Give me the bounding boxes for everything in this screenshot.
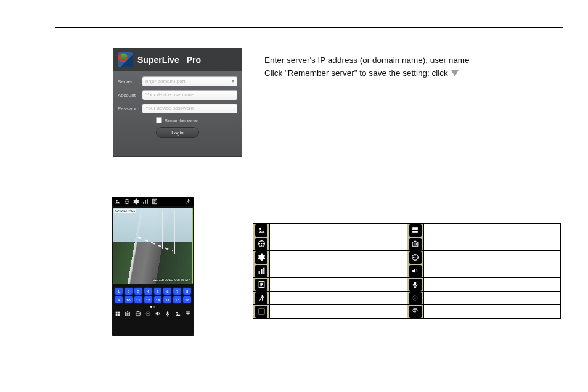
bars-icon: [255, 265, 267, 277]
reel-icon: [255, 238, 267, 250]
app-title-suffix: Pro: [187, 55, 201, 65]
camera-icon[interactable]: [125, 311, 131, 317]
channel-button[interactable]: 13: [154, 296, 162, 303]
password-placeholder: Your device password: [145, 104, 194, 113]
ball-icon: [409, 306, 422, 318]
password-label: Password: [118, 106, 142, 112]
liveview-screenshot: CAMERA01 02/13/2013 03:46:27 12345678910…: [112, 197, 194, 336]
login-button[interactable]: Login: [156, 127, 199, 138]
legend-icon-cell: [253, 251, 270, 264]
log-icon: [255, 279, 267, 291]
legend-desc-cell: [423, 237, 561, 251]
image-icon: [255, 224, 267, 237]
channel-button[interactable]: 7: [173, 288, 181, 295]
legend-row: [253, 224, 561, 237]
bars-icon[interactable]: [142, 198, 149, 205]
legend-desc-cell: [270, 237, 407, 251]
legend-icon-cell: [407, 224, 423, 237]
legend-icon-cell: [253, 278, 270, 292]
instruction-text: Enter server's IP address (or domain nam…: [264, 54, 563, 80]
server-dropdown-icon[interactable]: ▾: [232, 76, 234, 86]
legend-desc-cell: [423, 292, 561, 305]
channel-button[interactable]: 5: [154, 288, 162, 295]
sound-icon[interactable]: [155, 311, 161, 317]
legend-row: [253, 251, 561, 264]
channel-button[interactable]: 4: [144, 288, 152, 295]
legend-icon-cell: [253, 305, 270, 319]
channel-button[interactable]: 16: [183, 296, 191, 303]
legend-icon-cell: [407, 251, 423, 264]
channel-button[interactable]: 10: [125, 296, 133, 303]
square-icon: [255, 306, 267, 318]
legend-row: [253, 305, 561, 319]
ptz-icon: [409, 292, 422, 304]
channel-button[interactable]: 6: [163, 288, 171, 295]
account-placeholder: Your device username: [145, 90, 194, 100]
camera-icon: [409, 238, 422, 250]
gear-icon[interactable]: [133, 198, 139, 205]
dropdown-triangle-icon: [451, 70, 459, 76]
password-input[interactable]: Your device password: [142, 104, 237, 113]
liveview-bottombar: [112, 309, 194, 321]
camera-label: CAMERA01: [114, 209, 136, 213]
login-screenshot: SuperLivePro Server IP(or domain):port ▾…: [113, 48, 242, 157]
legend-desc-cell: [270, 278, 407, 292]
live-video-frame[interactable]: CAMERA01 02/13/2013 03:46:27: [113, 208, 193, 284]
login-header: SuperLivePro: [113, 48, 242, 71]
legend-icon-cell: [253, 237, 270, 251]
channel-button[interactable]: 8: [183, 288, 191, 295]
legend-icon-cell: [253, 224, 270, 237]
sound-icon: [409, 265, 422, 277]
legend-icon-cell: [407, 292, 423, 305]
page-dot: [150, 306, 152, 308]
reel-icon[interactable]: [135, 311, 141, 317]
image-icon[interactable]: [115, 198, 121, 205]
legend-row: [253, 292, 561, 305]
legend-row: [253, 264, 561, 278]
channel-button[interactable]: 2: [125, 288, 133, 295]
channel-button[interactable]: 15: [173, 296, 181, 303]
image-icon[interactable]: [175, 311, 181, 317]
legend-desc-cell: [270, 251, 407, 264]
legend-row: [253, 278, 561, 292]
grid-icon[interactable]: [115, 311, 121, 317]
legend-icon-cell: [407, 278, 423, 292]
legend-icon-cell: [407, 305, 423, 319]
page-rule-top: [55, 25, 563, 28]
login-button-label: Login: [171, 130, 184, 136]
icon-legend-table: [253, 223, 561, 319]
mic-icon[interactable]: [165, 311, 171, 317]
remember-checkbox[interactable]: [156, 117, 162, 123]
legend-desc-cell: [423, 251, 561, 264]
channel-button[interactable]: 9: [115, 296, 123, 303]
legend-icon-cell: [253, 264, 270, 278]
channel-button[interactable]: 3: [134, 288, 142, 295]
account-input[interactable]: Your device username: [142, 90, 237, 100]
page-dot: [153, 306, 155, 308]
ptz-icon[interactable]: [145, 311, 151, 317]
channel-grid: 12345678910111213141516: [112, 285, 194, 306]
legend-desc-cell: [270, 292, 407, 305]
reel-icon[interactable]: [124, 198, 130, 205]
legend-icon-cell: [253, 292, 270, 305]
account-label: Account: [118, 92, 142, 98]
server-input[interactable]: IP(or domain):port ▾: [142, 76, 237, 86]
grid-icon: [409, 224, 422, 237]
channel-button[interactable]: 12: [144, 296, 152, 303]
channel-button[interactable]: 1: [115, 288, 123, 295]
log-icon[interactable]: [152, 198, 158, 205]
channel-button[interactable]: 14: [163, 296, 171, 303]
server-label: Server: [118, 79, 142, 84]
channel-button[interactable]: 11: [134, 296, 142, 303]
mic-icon: [409, 279, 422, 291]
legend-desc-cell: [423, 278, 561, 292]
legend-desc-cell: [270, 305, 407, 319]
run-icon: [255, 292, 267, 304]
app-title: SuperLivePro: [137, 55, 201, 65]
ball-icon[interactable]: [185, 311, 191, 317]
run-icon[interactable]: [185, 198, 191, 205]
instruction-line1: Enter server's IP address (or domain nam…: [264, 54, 563, 67]
video-timestamp: 02/13/2013 03:46:27: [153, 278, 190, 282]
legend-desc-cell: [270, 224, 407, 237]
legend-desc-cell: [270, 264, 407, 278]
